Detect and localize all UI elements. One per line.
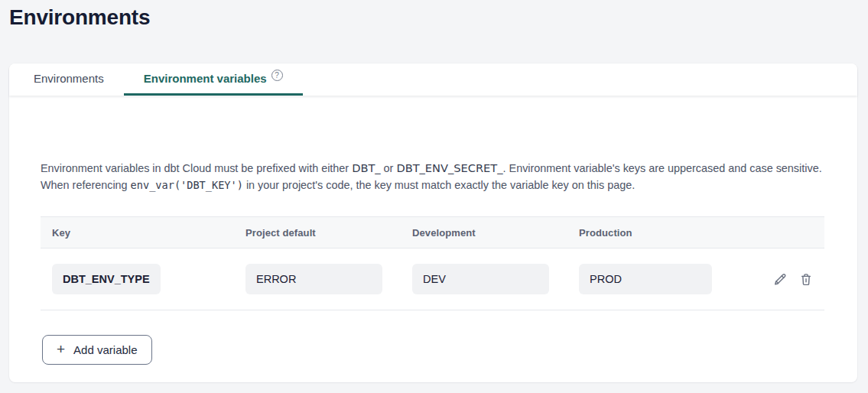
description-segment: DBT_ xyxy=(352,161,380,174)
table-header-row: Key Project default Development Producti… xyxy=(41,217,824,248)
tab-bar: Environments Environment variables ? xyxy=(9,63,857,96)
description-segment: Environment variables in dbt Cloud must … xyxy=(41,162,352,174)
page-title: Environments xyxy=(9,5,150,30)
tab-environments[interactable]: Environments xyxy=(14,63,124,96)
add-variable-label: Add variable xyxy=(73,343,137,356)
production-value: PROD xyxy=(579,264,712,294)
description-segment: DBT_ENV_SECRET_ xyxy=(396,161,502,174)
plus-icon: + xyxy=(57,342,65,356)
environments-card: Environments Environment variables ? Env… xyxy=(9,63,857,382)
column-header-key: Key xyxy=(41,227,234,239)
tab-environment-variables-label: Environment variables xyxy=(144,72,267,85)
tab-environments-label: Environments xyxy=(34,72,104,85)
table-row: DBT_ENV_TYPE ERROR DEV PROD xyxy=(41,248,824,310)
cell-actions xyxy=(730,271,824,287)
description-segment: or xyxy=(381,162,397,174)
column-header-project-default: Project default xyxy=(234,227,401,239)
column-header-production: Production xyxy=(567,227,730,239)
add-variable-button[interactable]: + Add variable xyxy=(42,335,152,365)
cell-development: DEV xyxy=(401,264,567,294)
tab-panel-environment-variables: Environment variables in dbt Cloud must … xyxy=(9,96,857,365)
edit-variable-button[interactable] xyxy=(772,271,788,287)
delete-variable-button[interactable] xyxy=(798,271,814,287)
development-value: DEV xyxy=(412,264,549,294)
cell-project-default: ERROR xyxy=(234,264,401,294)
tab-environment-variables[interactable]: Environment variables ? xyxy=(124,63,303,96)
key-value: DBT_ENV_TYPE xyxy=(52,264,161,294)
description-segment: in your project's code, the key must mat… xyxy=(243,179,635,191)
cell-production: PROD xyxy=(567,264,730,294)
description: Environment variables in dbt Cloud must … xyxy=(41,160,824,193)
description-segment: env_var('DBT_KEY') xyxy=(131,179,243,191)
column-header-development: Development xyxy=(401,227,567,239)
help-circle-icon[interactable]: ? xyxy=(271,70,283,81)
trash-icon xyxy=(798,271,814,287)
project-default-value: ERROR xyxy=(245,264,382,294)
cell-key: DBT_ENV_TYPE xyxy=(41,264,234,294)
pencil-icon xyxy=(772,271,788,287)
environment-variables-table: Key Project default Development Producti… xyxy=(41,216,824,310)
